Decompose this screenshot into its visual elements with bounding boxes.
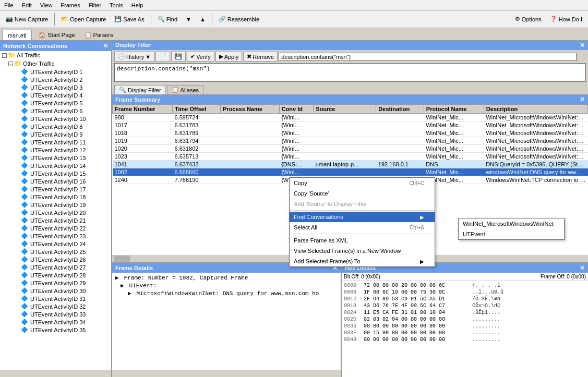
list-item[interactable]: 🔷 UTEvent ActivityID 9 (0, 130, 111, 138)
list-item[interactable]: 🔷 UTEvent ActivityID 19 (0, 201, 111, 209)
details-line[interactable]: ▶ MicrosoftWindowsWinINet: DNS query for… (113, 289, 340, 297)
expand-frame-icon[interactable]: ▶ (115, 274, 121, 281)
list-item[interactable]: 🔷 UTEvent ActivityID 5 (0, 99, 111, 107)
filter-input[interactable] (279, 53, 577, 61)
expand-wininet-icon[interactable]: ▶ (128, 290, 133, 297)
list-item[interactable]: 🔷 UTEvent ActivityID 4 (0, 91, 111, 99)
menu-edit[interactable]: Edit (18, 1, 36, 9)
tab-display-filter[interactable]: 🔍 Display Filter (114, 85, 166, 94)
list-item[interactable]: 🔷 UTEvent ActivityID 32 (0, 302, 111, 310)
list-item[interactable]: 🔷 UTEvent ActivityID 27 (0, 263, 111, 271)
table-row[interactable]: 1017 6.631783 {WinI... WinINet_Mic... Wi… (113, 121, 588, 129)
start-page-button[interactable]: 🏠 Start Page (35, 30, 78, 40)
list-item[interactable]: 🔷 UTEvent ActivityID 34 (0, 318, 111, 326)
col-source[interactable]: Source (314, 105, 376, 114)
ctx-parse-frame-xml[interactable]: Parse Frame as XML (290, 235, 435, 246)
frame-details-content[interactable]: ▶ Frame: Number = 1082, Captured Frame ▶… (112, 273, 341, 370)
table-row[interactable]: 1041 6.637432 {DNS:... umani-laptop-p...… (113, 161, 588, 168)
list-item[interactable]: 🔷 UTEvent ActivityID 23 (0, 232, 111, 240)
list-item[interactable]: 🔷 UTEvent ActivityID 35 (0, 326, 111, 334)
ctx-utevent-item[interactable]: UTEvent (459, 229, 564, 239)
find-down-button[interactable]: ▼ (182, 14, 195, 25)
find-up-button[interactable]: ▲ (196, 14, 209, 25)
menu-frames[interactable]: Frames (56, 1, 84, 9)
list-item[interactable]: 🔷 UTEvent ActivityID 28 (0, 271, 111, 279)
table-row[interactable]: 980 6.595724 {WinI... WinINet_Mic... Win… (113, 114, 588, 121)
list-item[interactable]: 🔷 UTEvent ActivityID 17 (0, 185, 111, 193)
list-item[interactable]: 🔷 UTEvent ActivityID 2 (0, 76, 111, 83)
list-item[interactable]: 🔷 UTEvent ActivityID 16 (0, 177, 111, 185)
details-line[interactable]: ▶ UTEvent: (113, 282, 340, 289)
frame-details-h-scrollbar[interactable] (112, 370, 341, 377)
filter-close-button[interactable]: ✕ (580, 42, 585, 49)
list-item[interactable]: 🔷 UTEvent ActivityID 1 (0, 68, 111, 76)
new-capture-button[interactable]: 📷 New Capture (2, 14, 52, 25)
list-item[interactable]: 🔷 UTEvent ActivityID 3 (0, 83, 111, 91)
list-item[interactable]: 🔷 UTEvent ActivityID 13 (0, 154, 111, 162)
parsers-button[interactable]: 📋 Parsers (81, 30, 117, 40)
list-item[interactable]: 🔷 UTEvent ActivityID 20 (0, 209, 111, 216)
col-protocol-name[interactable]: Protocol Name (424, 105, 484, 114)
list-item[interactable]: 🔷 UTEvent ActivityID 11 (0, 138, 111, 146)
tab-aliases[interactable]: 📋 Aliases (167, 85, 203, 94)
col-time-offset[interactable]: Time Offset (173, 105, 221, 114)
ctx-wininet-item[interactable]: WinINet_MicrosoftWindowsWinINet (459, 218, 564, 229)
ctx-find-conversations[interactable]: Find Conversations ▶ (290, 212, 435, 222)
list-item[interactable]: 🔷 UTEvent ActivityID 12 (0, 146, 111, 154)
tab-msn-etl[interactable]: msn.etl (2, 30, 32, 40)
list-item[interactable]: 🔷 UTEvent ActivityID 18 (0, 193, 111, 201)
list-item[interactable]: 🔷 UTEvent ActivityID 30 (0, 287, 111, 295)
hex-content[interactable]: 0000 72 00 00 00 20 00 00 00 6C r. . . .… (342, 281, 588, 377)
list-item[interactable]: 🔷 UTEvent ActivityID 21 (0, 216, 111, 224)
verify-button[interactable]: ✔ Verify (187, 52, 214, 62)
col-conv-id[interactable]: Conv Id (279, 105, 314, 114)
list-item[interactable]: 🔷 UTEvent ActivityID 15 (0, 169, 111, 177)
menu-tools[interactable]: Tools (105, 1, 127, 9)
new-filter-button[interactable]: 📄 (155, 52, 170, 62)
menu-view[interactable]: View (36, 1, 57, 9)
details-line[interactable]: ▶ Frame: Number = 1082, Captured Frame (113, 274, 340, 282)
remove-button[interactable]: ✖ Remove (243, 52, 278, 62)
tree-other-traffic[interactable]: - 📁 Other Traffic (0, 59, 111, 68)
frame-summary-close-button[interactable]: ✕ (580, 96, 585, 103)
find-button[interactable]: 🔍 Find (154, 14, 181, 25)
menu-help[interactable]: Help (127, 1, 148, 9)
conversations-tree[interactable]: - 📁 All Traffic - 📁 Other Traffic 🔷 UTEv… (0, 51, 111, 370)
list-item[interactable]: 🔷 UTEvent ActivityID 24 (0, 240, 111, 248)
list-item[interactable]: 🔷 UTEvent ActivityID 6 (0, 107, 111, 115)
conversations-close-button[interactable]: ✕ (103, 42, 108, 50)
filter-expression-area[interactable]: description.contains("msn") (114, 63, 586, 82)
hex-close-button[interactable]: ✕ (580, 264, 585, 272)
save-as-button[interactable]: 💾 Save As (111, 14, 148, 25)
ctx-copy[interactable]: Copy Ctrl+C (290, 178, 435, 188)
col-process-name[interactable]: Process Name (221, 105, 280, 114)
list-item[interactable]: 🔷 UTEvent ActivityID 10 (0, 115, 111, 123)
list-item[interactable]: 🔷 UTEvent ActivityID 8 (0, 123, 111, 130)
table-row[interactable]: 1018 6.631789 {WinI... WinINet_Mic... Wi… (113, 129, 588, 137)
history-button[interactable]: 🕒 History ▼ (114, 52, 154, 62)
table-row[interactable]: 1019 6.631794 {WinI... WinINet_Mic... Wi… (113, 137, 588, 145)
ctx-view-selected-frames[interactable]: View Selected Frame(s) in a New Window (290, 246, 435, 256)
list-item[interactable]: 🔷 UTEvent ActivityID 26 (0, 256, 111, 263)
expand-utevent-icon[interactable]: ▶ (121, 282, 126, 289)
reassemble-button[interactable]: 🔗 Reassemble (215, 14, 263, 25)
col-frame-number[interactable]: Frame Number (113, 105, 173, 114)
list-item[interactable]: 🔷 UTEvent ActivityID 31 (0, 295, 111, 302)
apply-button[interactable]: ▶ Apply (215, 52, 243, 62)
how-do-i-button[interactable]: ❓ How Do I (546, 14, 586, 25)
list-item[interactable]: 🔷 UTEvent ActivityID 29 (0, 279, 111, 287)
col-description[interactable]: Description (484, 105, 587, 114)
options-button[interactable]: ⚙ Options (511, 14, 545, 25)
list-item[interactable]: 🔷 UTEvent ActivityID 33 (0, 310, 111, 318)
list-item[interactable]: 🔷 UTEvent ActivityID 14 (0, 162, 111, 169)
expand-other-traffic-icon[interactable]: - (8, 62, 13, 66)
list-item[interactable]: 🔷 UTEvent ActivityID 25 (0, 248, 111, 256)
tree-all-traffic[interactable]: - 📁 All Traffic (0, 51, 111, 59)
expand-all-traffic-icon[interactable]: - (2, 53, 7, 58)
menu-filter[interactable]: Filter (85, 1, 105, 9)
table-row[interactable]: 1082 6.688660 {WinI... WinINet_Mic... wi… (113, 168, 588, 176)
table-row[interactable]: 1020 6.631802 {WinI... WinINet_Mic... Wi… (113, 145, 588, 153)
ctx-copy-source[interactable]: Copy 'Source' (290, 188, 435, 199)
ctx-add-selected-frames[interactable]: Add Selected Frame(s) To ▶ (290, 256, 435, 266)
open-capture-button[interactable]: 📂 Open Capture (57, 14, 110, 25)
